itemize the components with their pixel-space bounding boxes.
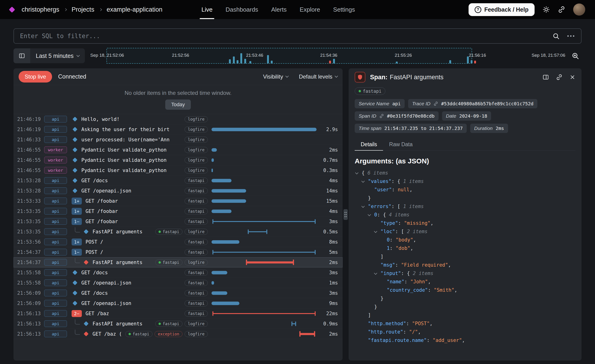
duration-bar — [246, 261, 294, 263]
share-link-icon[interactable] — [558, 6, 565, 13]
row-message: GET /foobar — [85, 208, 118, 214]
tree-connector-icon — [75, 319, 80, 324]
duration-track — [212, 124, 317, 135]
breadcrumb-item[interactable]: christophergs — [22, 6, 59, 13]
trace-row[interactable]: 21:55:58apiGET /openapi.jsonfastapi1ms — [14, 278, 343, 288]
nav-tab-alerts[interactable]: Alerts — [265, 0, 293, 19]
breadcrumb-item[interactable]: Projects — [71, 6, 94, 13]
row-duration: 9ms — [317, 300, 338, 306]
time-range-selector[interactable]: Last 5 minutes — [30, 48, 85, 63]
trace-row[interactable]: 21:56:13api2−GET /bazfastapi22ms — [14, 308, 343, 319]
trace-row[interactable]: 21:46:19apiAsking the user for their bir… — [14, 124, 343, 135]
trace-row[interactable]: 21:56:09apiGET /docsfastapi3ms — [14, 288, 343, 298]
service-tag: api — [44, 177, 67, 184]
span-count-badge[interactable]: 1+ — [71, 198, 82, 205]
json-collapse-icon[interactable] — [374, 230, 377, 233]
json-collapse-icon[interactable] — [368, 213, 371, 216]
json-collapse-icon[interactable] — [374, 271, 377, 275]
service-tag: api — [44, 187, 67, 194]
row-chip-fastapi: fastapi — [184, 280, 208, 286]
row-duration: 3ms — [317, 219, 338, 224]
visibility-dropdown[interactable]: Visibility — [263, 73, 288, 80]
sql-filter-input[interactable] — [20, 33, 545, 40]
nav-tab-explore[interactable]: Explore — [293, 0, 326, 19]
service-tag: api — [44, 238, 67, 245]
trace-row[interactable]: 21:56:09apiGET /openapi.jsonfastapi9ms — [14, 298, 343, 308]
panel-resizer[interactable] — [343, 68, 349, 361]
trace-row[interactable]: 21:53:35api1+GET /foobarfastapi4ms — [14, 206, 343, 216]
duration-bar — [212, 301, 239, 305]
trace-row[interactable]: 21:46:55workerPydantic User validate_pyt… — [14, 165, 343, 176]
today-button[interactable]: Today — [165, 100, 191, 110]
trace-row[interactable]: 21:54:37api1−POST /fastapi5ms — [14, 247, 343, 257]
sidebar-toggle-icon[interactable] — [14, 48, 30, 63]
zoom-in-icon[interactable] — [569, 50, 581, 62]
field-duration[interactable]: Duration2ms — [470, 124, 508, 133]
row-message: Pydantic User validate_python — [81, 157, 167, 163]
chevron-down-icon — [335, 74, 338, 78]
span-count-badge[interactable]: 1− — [71, 249, 82, 256]
span-count-badge[interactable]: 2− — [71, 310, 82, 317]
columns-icon[interactable] — [542, 74, 549, 80]
trace-row[interactable]: 21:46:33apiuser processed: User(name='An… — [14, 135, 343, 145]
search-icon[interactable] — [552, 32, 560, 40]
json-line: "http.route": "/", — [355, 328, 575, 336]
duration-bar — [212, 209, 232, 213]
trace-row[interactable]: 21:56:13apiFastAPI argumentsfastapilogfi… — [14, 319, 343, 329]
field-span-id[interactable]: Span ID#0e31f5fd70e08cdb — [355, 111, 439, 121]
span-diamond-icon — [84, 229, 89, 234]
field-value: #53ddc40980a86b57bfe89c1cc01c752d — [441, 101, 533, 107]
feedback-help-button[interactable]: ? Feedback / Help — [468, 3, 535, 16]
json-collapse-icon[interactable] — [355, 171, 358, 174]
close-icon[interactable] — [569, 74, 575, 80]
trace-row[interactable]: 21:56:13apiGET /baz (fofastapiexceptionl… — [14, 329, 343, 339]
span-detail-header: Span:FastAPI arguments — [349, 68, 581, 86]
trace-row[interactable]: 21:53:33api1+GET /foobarfastapi15ms — [14, 196, 343, 206]
nav-tab-settings[interactable]: Settings — [326, 0, 361, 19]
trace-row[interactable]: 21:54:37apiFastAPI argumentsfastapilogfi… — [14, 257, 343, 268]
duration-track — [212, 135, 317, 145]
row-chip-logfire: logfire — [184, 116, 208, 122]
tab-raw-data[interactable]: Raw Data — [383, 139, 418, 150]
field-date[interactable]: Date2024-09-18 — [442, 111, 491, 121]
trace-row[interactable]: 21:46:55workerPydantic User validate_pyt… — [14, 145, 343, 155]
row-time: 21:46:55 — [17, 147, 44, 153]
duration-track — [212, 227, 317, 237]
field-label: Time span — [359, 126, 381, 131]
nav-tab-dashboards[interactable]: Dashboards — [219, 0, 264, 19]
copy-link-icon[interactable] — [556, 74, 562, 80]
tab-details[interactable]: Details — [355, 139, 383, 150]
trace-row[interactable]: 21:53:28apiGET /docsfastapi4ms — [14, 176, 343, 186]
row-chip-fastapi: fastapi — [184, 311, 208, 317]
logfire-logo-icon[interactable] — [9, 7, 15, 13]
default-levels-dropdown[interactable]: Default levels — [299, 73, 338, 80]
link-icon — [379, 114, 384, 118]
field-time-span[interactable]: Time span21:54:37.235 to 21:54:37.237 — [355, 124, 467, 133]
timeline-selection[interactable] — [106, 48, 472, 64]
span-count-badge[interactable]: 1+ — [71, 238, 82, 245]
trace-row[interactable]: 21:53:56api1+POST /fastapi8ms — [14, 237, 343, 247]
span-count-badge[interactable]: 1− — [71, 218, 82, 225]
timeline-chart[interactable]: Sep 18, 21:52:0621:52:5621:53:4621:54:36… — [90, 47, 565, 64]
json-collapse-icon[interactable] — [361, 205, 365, 208]
trace-row[interactable]: 21:55:58apiGET /docsfastapi3ms — [14, 268, 343, 278]
row-chip-exception: exception — [155, 331, 183, 337]
field-service-name[interactable]: Service Nameapi — [355, 99, 405, 108]
breadcrumb-item[interactable]: example-application — [107, 6, 163, 13]
timeline-tick-label: 21:54:36 — [320, 53, 337, 58]
trace-row[interactable]: 21:53:35api1−GET /foobarfastapi3ms — [14, 216, 343, 227]
trace-row[interactable]: 21:46:55workerPydantic User validate_pyt… — [14, 155, 343, 165]
nav-tab-live[interactable]: Live — [195, 0, 219, 19]
trace-row[interactable]: 21:53:35apiFastAPI argumentsfastapilogfi… — [14, 227, 343, 237]
otel-scope-label: fastapi — [363, 89, 381, 94]
user-avatar[interactable] — [573, 3, 585, 15]
trace-row[interactable]: 21:53:28apiGET /openapi.jsonfastapi14ms — [14, 186, 343, 196]
filter-more-icon[interactable] — [567, 35, 575, 37]
span-count-badge[interactable]: 1+ — [71, 208, 82, 215]
json-collapse-icon[interactable] — [361, 179, 365, 183]
trace-row[interactable]: 21:46:19apiHello, world!logfire — [14, 114, 343, 124]
field-trace-id[interactable]: Trace ID#53ddc40980a86b57bfe89c1cc01c752… — [408, 99, 537, 108]
duration-track — [212, 155, 317, 165]
theme-toggle-icon[interactable] — [542, 6, 550, 13]
stop-live-button[interactable]: Stop live — [19, 71, 52, 83]
